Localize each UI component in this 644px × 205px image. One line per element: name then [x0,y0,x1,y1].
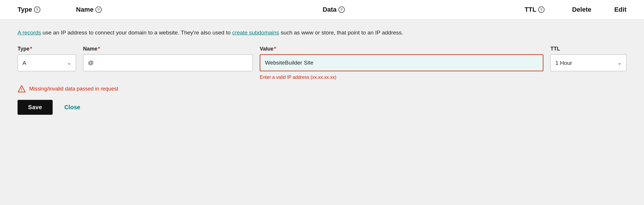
type-select-wrapper: A AAAA CNAME MX TXT SRV CAA ⌄ [18,54,76,71]
ttl-select[interactable]: 30 Minutes 1 Hour 2 Hours 4 Hours 8 Hour… [550,54,626,71]
value-form-group: Value* Enter a valid IP address (xx.xx.x… [260,46,543,80]
actions-row: Save Close [18,100,626,115]
warning-triangle-icon: ! [18,85,26,93]
header-type: Type ? [18,6,76,13]
header-edit: Edit [591,6,626,13]
type-select[interactable]: A AAAA CNAME MX TXT SRV CAA [18,54,76,71]
name-label: Name* [83,46,253,52]
error-row: ! Missing/invalid data passed in request [18,85,626,93]
value-required-star: * [274,46,276,52]
header-data: Data ? [187,6,480,13]
create-subdomains-link[interactable]: create subdomains [232,29,279,36]
type-form-group: Type* A AAAA CNAME MX TXT SRV CAA ⌄ [18,46,76,71]
close-button[interactable]: Close [61,100,83,115]
name-help-icon[interactable]: ? [95,6,102,13]
header-name-label: Name [76,6,94,13]
a-records-link[interactable]: A records [18,29,41,36]
header-delete-label: Delete [572,6,591,13]
data-help-icon[interactable]: ? [338,6,345,13]
header-ttl-label: TTL [525,6,536,13]
info-text-end: such as www or store, that point to an I… [281,29,403,36]
error-message: Missing/invalid data passed in request [29,86,118,92]
form-panel: A records use an IP address to connect y… [0,20,644,205]
ttl-help-icon[interactable]: ? [538,6,545,13]
save-button[interactable]: Save [18,100,53,115]
info-text-mid: use an IP address to connect your domain… [43,29,232,36]
header-type-label: Type [18,6,32,13]
type-help-icon[interactable]: ? [34,6,40,13]
info-text: A records use an IP address to connect y… [18,28,626,37]
dns-record-form-container: Type ? Name ? Data ? TTL ? Delete Edit A… [0,0,644,205]
header-edit-label: Edit [614,6,626,13]
header-ttl: TTL ? [480,6,545,13]
svg-text:!: ! [21,87,22,92]
name-form-group: Name* [83,46,253,71]
value-input[interactable] [260,54,543,71]
header-delete: Delete [545,6,591,13]
name-input[interactable] [83,54,253,71]
ttl-select-wrapper: 30 Minutes 1 Hour 2 Hours 4 Hours 8 Hour… [550,54,626,71]
type-required-star: * [30,46,32,52]
value-error-text: Enter a valid IP address (xx.xx.xx.xx) [260,75,543,80]
type-label: Type* [18,46,76,52]
header-name: Name ? [76,6,187,13]
table-header: Type ? Name ? Data ? TTL ? Delete Edit [0,0,644,20]
ttl-label: TTL [550,46,626,52]
name-required-star: * [98,46,100,52]
header-data-label: Data [323,6,337,13]
ttl-form-group: TTL 30 Minutes 1 Hour 2 Hours 4 Hours 8 … [550,46,626,71]
value-label: Value* [260,46,543,52]
form-fields-row: Type* A AAAA CNAME MX TXT SRV CAA ⌄ [18,46,626,80]
